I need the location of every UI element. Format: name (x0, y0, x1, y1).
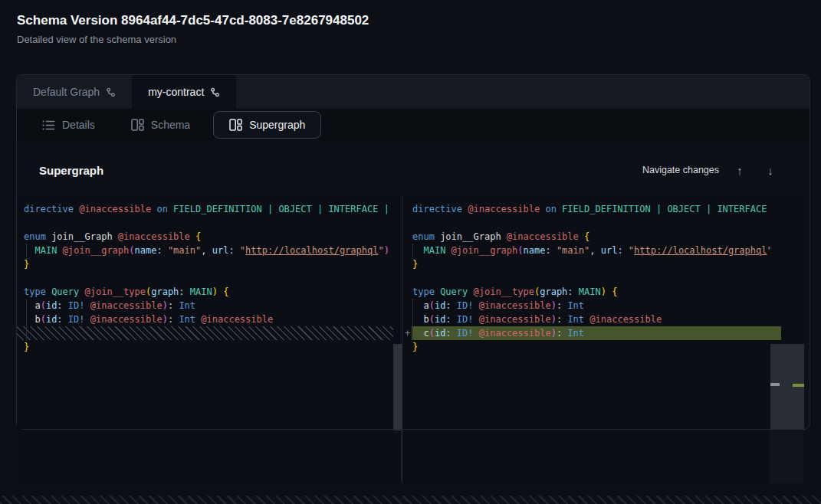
code-line: enum join__Graph @inaccessible { (24, 230, 393, 244)
editor-overflow-divider (401, 430, 402, 480)
subtab-label: Supergraph (249, 119, 305, 131)
variant-icon (106, 87, 116, 97)
code-line: a(id: ID! @inaccessible): Int (24, 299, 393, 313)
supergraph-diff-editor: + directive @inaccessible on FIELD_DEFIN… (17, 196, 804, 483)
tab-supergraph[interactable]: Supergraph (213, 111, 321, 139)
tab-label: Default Graph (33, 86, 100, 98)
code-line: a(id: ID! @inaccessible): Int (412, 299, 770, 313)
code-line-added: c(id: ID! @inaccessible): Int (412, 326, 770, 340)
code-line: MAIN @join__graph(name: "main", url: "ht… (24, 244, 393, 257)
code-line: } (412, 257, 770, 271)
code-line: b(id: ID! @inaccessible): Int @inaccessi… (24, 313, 393, 326)
navigate-next-change-button[interactable]: ↓ (760, 161, 780, 179)
page-subtitle: Detailed view of the schema version (17, 34, 176, 45)
next-section-hatch-strip (0, 496, 821, 504)
code-line: type Query @join__type(graph: MAIN) { (24, 285, 393, 299)
navigate-changes-label: Navigate changes (642, 165, 719, 175)
tab-my-contract[interactable]: my-contract (132, 75, 236, 109)
tab-schema[interactable]: Schema (131, 119, 190, 131)
panels-icon (131, 119, 144, 131)
page-title: Schema Version 8964af44-7dc5-47cd-8083-7… (17, 13, 369, 28)
modified-scrollbar-thumb[interactable] (770, 344, 804, 430)
original-scrollbar-thumb[interactable] (393, 344, 402, 430)
code-line: directive @inaccessible on FIELD_DEFINIT… (24, 202, 393, 216)
subtab-label: Schema (151, 119, 190, 131)
modified-code-pane[interactable]: directive @inaccessible on FIELD_DEFINIT… (402, 196, 770, 483)
code-line (412, 216, 770, 230)
panels-icon (229, 119, 242, 131)
code-line: type Query @join__type(graph: MAIN) { (412, 285, 770, 299)
original-code-pane[interactable]: directive @inaccessible on FIELD_DEFINIT… (17, 196, 393, 483)
schema-version-page: Schema Version 8964af44-7dc5-47cd-8083-7… (0, 0, 821, 504)
view-tab-bar: Details Schema (17, 109, 810, 141)
editor-overflow-column (770, 430, 803, 483)
arrow-down-icon: ↓ (767, 164, 773, 177)
code-line (24, 271, 393, 285)
schema-panel: Default Graph my-contract (16, 74, 810, 430)
code-line-placeholder (24, 326, 393, 340)
pane-divider (402, 196, 402, 483)
code-line: directive @inaccessible on FIELD_DEFINIT… (412, 202, 770, 216)
code-line: MAIN @join__graph(name: "main", url: "ht… (412, 244, 770, 257)
section-title: Supergraph (39, 164, 103, 177)
code-line (24, 216, 393, 230)
navigate-previous-change-button[interactable]: ↑ (730, 161, 750, 179)
code-line: enum join__Graph @inaccessible { (412, 230, 770, 244)
code-line: b(id: ID! @inaccessible): Int @inaccessi… (412, 313, 770, 326)
code-line: } (24, 257, 393, 271)
code-line: } (412, 340, 770, 354)
code-line: } (24, 340, 393, 354)
list-icon (42, 119, 55, 131)
arrow-up-icon: ↑ (737, 164, 743, 177)
navigate-changes: Navigate changes ↑ ↓ (642, 161, 780, 179)
tab-default-graph[interactable]: Default Graph (17, 75, 132, 109)
code-line (412, 271, 770, 285)
tab-label: my-contract (148, 86, 204, 98)
panel-bottom-border (22, 429, 804, 430)
tab-details[interactable]: Details (42, 119, 95, 131)
overview-ruler-modified-mark (770, 383, 780, 386)
overview-ruler-inserted-mark (793, 384, 804, 387)
graph-tab-strip: Default Graph my-contract (17, 75, 810, 109)
subtab-label: Details (62, 119, 95, 131)
variant-icon (210, 87, 220, 97)
